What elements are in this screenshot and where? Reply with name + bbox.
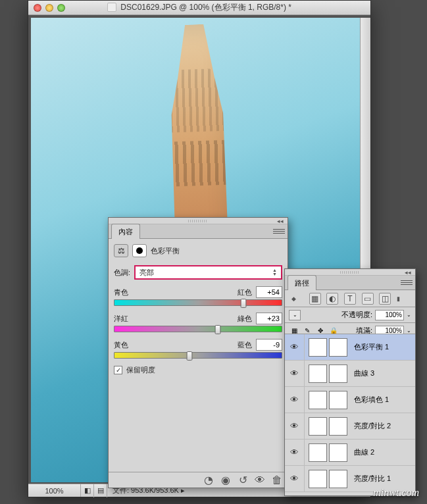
slider-1: 洋紅綠色 [114,313,282,332]
adjustment-thumb[interactable] [309,443,327,462]
tab-paths[interactable]: 路徑 [288,275,316,290]
collapse-icon[interactable]: ◂◂ [405,269,411,276]
minimize-icon[interactable] [45,4,53,12]
visibility-eye-icon[interactable]: 👁 [285,361,305,386]
slider-left-label: 黃色 [114,340,128,350]
select-arrows-icon: ▲▼ [272,268,277,276]
zoom-icon[interactable] [57,4,65,12]
watermark: minwt.com [373,487,419,499]
adjustment-thumb[interactable] [309,417,327,436]
tone-select[interactable]: 亮部 ▲▼ [134,265,282,280]
mask-icon[interactable] [132,244,147,257]
adjustment-thumb[interactable] [309,391,327,409]
tab-properties[interactable]: 內容 [111,224,140,239]
slider-value-input[interactable] [256,313,282,324]
mask-thumb[interactable] [329,417,347,436]
status-mini-icons: ◧ ▤ [81,484,107,497]
preserve-luminosity-row: ✓ 保留明度 [114,365,282,375]
adjustment-thumb[interactable] [309,338,327,357]
visibility-eye-icon[interactable]: 👁 [285,466,305,491]
layer-row[interactable]: 👁亮度/對比 2 [285,413,415,440]
slider-handle[interactable] [187,351,193,361]
close-icon[interactable] [34,4,41,12]
titlebar[interactable]: DSC01629.JPG @ 100% (色彩平衡 1, RGB/8*) * [28,1,370,15]
properties-panel: ◂◂ 內容 色彩平衡 色調: 亮部 ▲▼ 青色紅色洋紅綠色黃色藍色 ✓ 保留明度… [108,217,288,488]
opacity-row: ⌄ 不透明度: 100% ⌄ [285,307,415,323]
slider-handle[interactable] [240,299,246,308]
mask-thumb[interactable] [329,470,347,488]
mask-thumb[interactable] [329,338,347,357]
visibility-eye-icon[interactable]: 👁 [285,334,305,360]
status-icon-1[interactable]: ◧ [81,484,94,497]
visibility-eye-icon[interactable]: 👁 [285,440,305,465]
filter-pixel-icon[interactable]: ▦ [309,293,321,305]
clip-to-layer-icon[interactable]: ◔ [201,474,216,487]
layer-name[interactable]: 曲線 2 [351,447,374,457]
panel-menu-icon[interactable] [273,226,285,236]
mask-thumb[interactable] [329,365,347,383]
color-balance-icon[interactable] [114,244,128,257]
visibility-icon[interactable]: 👁 [252,474,268,487]
opacity-value[interactable]: 100% [375,310,404,320]
trash-icon[interactable]: 🗑 [269,474,285,487]
preserve-luminosity-label: 保留明度 [126,365,155,375]
properties-footer: ◔ ◉ ↺ 👁 🗑 [109,472,288,488]
reset-icon[interactable]: ↺ [235,474,251,487]
fill-slider-icon[interactable]: ⌄ [407,328,411,334]
slider-handle[interactable] [215,325,221,334]
adjustment-header: 色彩平衡 [114,244,282,257]
adjustment-thumb[interactable] [309,365,327,383]
preserve-luminosity-checkbox[interactable]: ✓ [114,366,122,374]
panel-tabs: 路徑 [285,276,415,290]
kind-select-icon[interactable]: ◆ [291,295,303,302]
tone-label: 色調: [114,268,130,278]
visibility-eye-icon[interactable]: 👁 [285,387,305,413]
layer-row[interactable]: 👁色彩平衡 1 [285,334,415,361]
filter-toggle-icon[interactable]: ▮ [397,295,409,302]
status-icon-2[interactable]: ▤ [94,484,107,497]
tone-row: 色調: 亮部 ▲▼ [114,265,282,280]
filter-smart-icon[interactable]: ◫ [379,293,391,305]
adjustment-thumb[interactable] [309,470,327,488]
layer-row[interactable]: 👁曲線 3 [285,361,415,387]
layer-name[interactable]: 色彩平衡 1 [351,342,389,352]
mask-thumb[interactable] [329,391,347,409]
filetype-icon [107,3,116,12]
slider-value-input[interactable] [256,339,282,351]
slider-track[interactable] [114,326,282,332]
layer-row[interactable]: 👁色彩填色 1 [285,387,415,413]
zoom-field[interactable]: 100% [28,484,81,497]
layer-name[interactable]: 曲線 3 [351,368,374,378]
filter-shape-icon[interactable]: ▭ [362,293,374,305]
slider-left-label: 洋紅 [114,314,128,324]
document-title: DSC01629.JPG @ 100% (色彩平衡 1, RGB/8*) * [28,2,370,13]
layer-thumbs [305,338,351,357]
layer-row[interactable]: 👁曲線 2 [285,440,415,466]
layer-thumbs [305,443,351,462]
opacity-slider-icon[interactable]: ⌄ [407,312,411,318]
adjustment-name: 色彩平衡 [151,246,180,256]
filter-type-icon[interactable]: T [344,293,356,305]
slider-track[interactable] [114,299,282,306]
collapse-icon[interactable]: ◂◂ [277,218,284,224]
slider-0: 青色紅色 [114,286,282,306]
filter-adjust-icon[interactable]: ◐ [326,293,338,305]
blend-mode-select[interactable]: ⌄ [289,310,301,320]
tone-value: 亮部 [139,268,154,278]
panel-menu-icon[interactable] [401,278,413,287]
slider-right-label: 藍色 [238,340,252,350]
layer-name[interactable]: 亮度/對比 1 [351,474,391,484]
view-previous-icon[interactable]: ◉ [218,474,234,487]
slider-value-input[interactable] [256,286,282,298]
layer-thumbs [305,391,351,409]
layer-name[interactable]: 亮度/對比 2 [351,421,391,431]
panel-tabs: 內容 [109,224,288,239]
layers-list: 👁色彩平衡 1👁曲線 3👁色彩填色 1👁亮度/對比 2👁曲線 2👁亮度/對比 1 [285,334,415,495]
slider-right-label: 綠色 [238,314,252,324]
visibility-eye-icon[interactable]: 👁 [285,413,305,439]
slider-track[interactable] [114,352,282,359]
slider-right-label: 紅色 [238,288,252,297]
layer-name[interactable]: 色彩填色 1 [351,395,389,405]
mask-thumb[interactable] [329,443,347,462]
traffic-lights [28,4,65,12]
